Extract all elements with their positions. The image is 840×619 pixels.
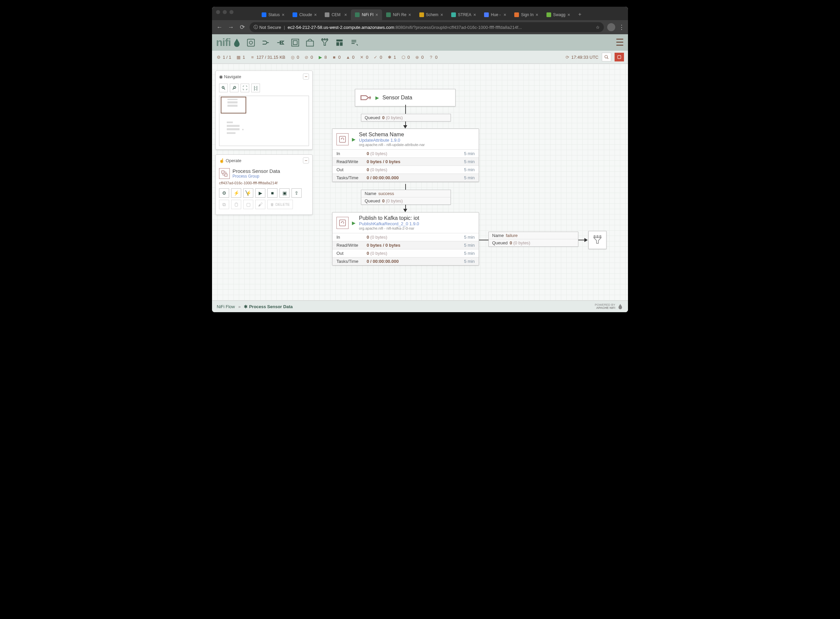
run-status-icon: ▶ [352, 220, 356, 226]
add-processor-icon[interactable] [246, 37, 256, 48]
add-process-group-icon[interactable] [290, 37, 301, 48]
security-indicator[interactable]: ⓘ Not Secure [254, 24, 281, 30]
processor-set-schema-name[interactable]: ▶ Set Schema Name UpdateAttribute 1.9.0 … [332, 129, 479, 182]
browser-tab[interactable]: NiFi Fl× [351, 9, 382, 20]
status-running: ▶8 [318, 55, 327, 60]
tab-favicon [325, 12, 330, 17]
zoom-out-button[interactable]: 🔎︎ [230, 84, 239, 92]
collapse-navigate-button[interactable]: − [303, 73, 309, 79]
tab-favicon [262, 12, 266, 17]
forward-button[interactable]: → [227, 24, 235, 31]
zoom-fit-button[interactable]: ⛶ [240, 84, 249, 92]
tab-close-icon[interactable]: × [314, 12, 317, 18]
tab-close-icon[interactable]: × [536, 12, 539, 18]
tab-title: NiFi Re [393, 12, 406, 17]
operate-id: cff437ad-016c-1000-ffff-ffffda8a214f [219, 181, 309, 185]
processor-publish-kafka[interactable]: ▶ Publish to Kafka topic: iot PublishKaf… [332, 212, 479, 266]
nifi-drop-icon [232, 38, 242, 47]
processor-bundle: org.apache.nifi - nifi-kafka-2-0-nar [359, 226, 419, 230]
add-input-port-icon[interactable] [260, 37, 271, 48]
configure-button[interactable]: ⚙ [219, 188, 229, 198]
back-button[interactable]: ← [215, 24, 224, 31]
tab-title: Swagg [553, 12, 565, 17]
window-maximize[interactable] [230, 10, 233, 14]
svg-rect-15 [340, 220, 346, 226]
tab-close-icon[interactable]: × [504, 12, 506, 18]
status-refreshed: ⟳17:49:33 UTC [565, 55, 598, 60]
stop-button[interactable]: ■ [267, 188, 278, 198]
bulletin-button[interactable] [615, 53, 624, 61]
svg-rect-0 [247, 39, 254, 46]
browser-tab[interactable]: Sign In× [510, 9, 542, 20]
operate-type: Process Group [233, 174, 280, 179]
status-up-to-date: ✓0 [373, 55, 382, 60]
browser-tab[interactable]: Status× [258, 9, 288, 20]
window-close[interactable] [216, 10, 220, 14]
status-stale: ✱1 [387, 55, 396, 60]
reload-button[interactable]: ⟳ [238, 24, 246, 31]
tab-close-icon[interactable]: × [344, 12, 347, 18]
collapse-operate-button[interactable]: − [303, 157, 309, 163]
add-output-port-icon[interactable] [275, 37, 286, 48]
processor-type: PublishKafkaRecord_2_0 1.9.0 [359, 221, 419, 226]
browser-chrome: Status×Cloude×CEM×NiFi Fl×NiFi Re×Schem×… [212, 7, 628, 34]
enable-button[interactable]: ⚡ [231, 188, 241, 198]
connection-success[interactable]: Name success Queued 0 (0 bytes) [361, 190, 451, 205]
tab-favicon [546, 12, 551, 17]
browser-tab[interactable]: Swagg× [542, 9, 574, 20]
tab-favicon [419, 12, 424, 17]
disable-button[interactable]: ⚡╲ [243, 188, 253, 198]
svg-point-4 [322, 38, 323, 40]
breadcrumb-root[interactable]: NiFi Flow [217, 304, 235, 309]
browser-tab[interactable]: Cloude× [288, 9, 321, 20]
input-port-name: Sensor Data [382, 95, 412, 101]
browser-tab[interactable]: CEM× [321, 9, 351, 20]
browser-tab[interactable]: Hue - × [480, 9, 510, 20]
svg-rect-7 [336, 39, 343, 41]
bookmark-star-icon[interactable]: ☆ [596, 25, 600, 30]
add-funnel-icon[interactable] [319, 37, 330, 48]
run-status-icon: ▶ [375, 95, 379, 100]
tab-close-icon[interactable]: × [568, 12, 570, 18]
add-label-icon[interactable] [349, 37, 360, 48]
add-remote-group-icon[interactable] [304, 37, 315, 48]
processor-icon [336, 217, 349, 229]
address-bar[interactable]: ⓘ Not Secure | ec2-54-212-27-58.us-west-… [249, 22, 604, 32]
window-minimize[interactable] [223, 10, 227, 14]
browser-tab[interactable]: NiFi Re× [382, 9, 415, 20]
global-menu-icon[interactable]: ☰ [616, 37, 624, 48]
browser-tab[interactable]: STREA× [447, 9, 480, 20]
funnel[interactable] [588, 231, 607, 249]
tab-close-icon[interactable]: × [282, 12, 285, 18]
status-threads: ▦1 [236, 55, 245, 60]
tab-close-icon[interactable]: × [473, 12, 476, 18]
status-not-transmitting: ⊘0 [304, 55, 313, 60]
upload-template-button[interactable]: ⇪ [291, 188, 301, 198]
flow-canvas[interactable]: ◉ Navigate − 🔍︎ 🔎︎ ⛶ |:| [212, 64, 628, 301]
connection-queued-1[interactable]: Queued 0 (0 bytes) [361, 114, 451, 121]
tab-close-icon[interactable]: × [440, 12, 443, 18]
start-button[interactable]: ▶ [255, 188, 266, 198]
input-port-sensor-data[interactable]: ▶ Sensor Data [355, 89, 455, 106]
connection-failure[interactable]: Name failure Queued 0 (0 bytes) [488, 232, 578, 247]
status-locally-modified: ⬡0 [401, 55, 410, 60]
create-template-button[interactable]: ▣ [279, 188, 289, 198]
delete-button: 🗑︎ DELETE [267, 200, 293, 209]
browser-tab[interactable]: Schem× [415, 9, 448, 20]
tab-favicon [386, 12, 391, 17]
add-template-icon[interactable] [334, 37, 345, 48]
profile-avatar[interactable] [607, 23, 615, 31]
tab-close-icon[interactable]: × [375, 12, 378, 18]
operate-panel: ☝ Operate − Process Sensor Data Process … [215, 154, 313, 215]
birdseye-view[interactable] [219, 96, 309, 146]
zoom-actual-button[interactable]: |:| [251, 84, 260, 92]
search-button[interactable] [602, 53, 611, 61]
operate-name: Process Sensor Data [233, 168, 280, 174]
zoom-in-button[interactable]: 🔍︎ [219, 84, 228, 92]
processor-icon [336, 133, 349, 145]
tab-close-icon[interactable]: × [408, 12, 411, 18]
browser-menu-icon[interactable]: ⋮ [619, 24, 625, 31]
status-disabled: ✕0 [359, 55, 369, 60]
new-tab-button[interactable]: + [574, 9, 585, 20]
nifi-logo: nifi [216, 36, 242, 49]
